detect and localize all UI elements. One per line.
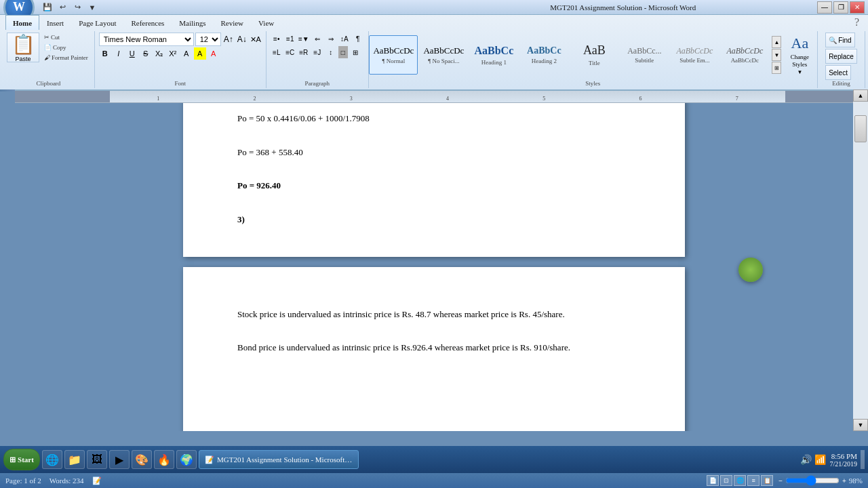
justify-button[interactable]: ≡J bbox=[311, 46, 323, 58]
tab-page-layout[interactable]: Page Layout bbox=[71, 15, 123, 30]
paste-button[interactable]: 📋 Paste bbox=[7, 33, 39, 62]
redo-button[interactable]: ↪ bbox=[71, 1, 84, 14]
system-tray-icons: 🔊 📶 bbox=[800, 454, 826, 466]
text-highlight-button[interactable]: A bbox=[194, 47, 206, 60]
minimize-button[interactable]: — bbox=[817, 1, 832, 14]
tab-mailings[interactable]: Mailings bbox=[172, 15, 213, 30]
decrease-indent-button[interactable]: ⇐ bbox=[311, 33, 323, 45]
tab-references[interactable]: References bbox=[123, 15, 172, 30]
font-color-button[interactable]: A bbox=[208, 47, 220, 60]
taskbar-explorer[interactable]: 📁 bbox=[64, 450, 85, 469]
align-left-button[interactable]: ≡L bbox=[271, 46, 283, 58]
document-page-1[interactable]: Po = 50 x 0.4416/0.06 + 1000/1.7908 Po =… bbox=[183, 98, 685, 257]
styles-scroll-down[interactable]: ▼ bbox=[772, 49, 781, 61]
style-heading-2[interactable]: AaBbCc Heading 2 bbox=[519, 35, 568, 75]
taskbar-photoshop[interactable]: 🎨 bbox=[132, 450, 152, 469]
tab-home[interactable]: Home bbox=[5, 15, 39, 30]
clear-format-button[interactable]: ✕A bbox=[250, 33, 262, 45]
tab-view[interactable]: View bbox=[251, 15, 281, 30]
align-center-button[interactable]: ≡C bbox=[284, 46, 296, 58]
web-layout-button[interactable]: 🌐 bbox=[734, 475, 746, 486]
zoom-in-button[interactable]: + bbox=[842, 477, 846, 485]
grow-font-button[interactable]: A↑ bbox=[222, 33, 235, 45]
save-button[interactable]: 💾 bbox=[41, 1, 54, 14]
multilevel-list-button[interactable]: ≡▼ bbox=[298, 33, 310, 45]
ribbon-help-icon[interactable]: ? bbox=[854, 15, 868, 30]
style-no-spacing[interactable]: AaBbCcDc ¶ No Spaci... bbox=[419, 35, 468, 75]
cut-button[interactable]: ✂ Cut bbox=[42, 33, 90, 42]
print-layout-button[interactable]: 📄 bbox=[707, 475, 719, 486]
select-button[interactable]: Select bbox=[825, 65, 851, 80]
window-controls: — ❐ ✕ bbox=[817, 1, 865, 14]
scroll-thumb[interactable] bbox=[854, 115, 867, 142]
document-area[interactable]: Po = 50 x 0.4416/0.06 + 1000/1.7908 Po =… bbox=[0, 92, 868, 431]
taskbar-browser1[interactable]: 🔥 bbox=[154, 450, 174, 469]
customize-quick-access-button[interactable]: ▼ bbox=[85, 1, 99, 14]
tab-insert[interactable]: Insert bbox=[39, 15, 71, 30]
start-button[interactable]: ⊞ Start bbox=[3, 449, 40, 470]
taskbar-browser2[interactable]: 🌍 bbox=[176, 450, 197, 469]
document-page-2[interactable]: Stock price is undervalued as intrinsic … bbox=[183, 267, 685, 431]
styles-scroll-up[interactable]: ▲ bbox=[772, 36, 781, 48]
style-title[interactable]: AaB Title bbox=[570, 35, 618, 75]
full-screen-button[interactable]: ⊡ bbox=[720, 475, 732, 486]
word-taskbar-icon: 📝 bbox=[205, 455, 214, 464]
window-title: MGT201 Assignment Solution - Microsoft W… bbox=[429, 3, 818, 12]
show-desktop-button[interactable] bbox=[861, 450, 865, 469]
undo-button[interactable]: ↩ bbox=[56, 1, 69, 14]
font-group: Times New Roman 12 A↑ A↓ ✕A B I U S X₂ X… bbox=[95, 31, 267, 88]
spell-check-icon[interactable]: 📝 bbox=[92, 476, 102, 485]
replace-button[interactable]: Replace bbox=[825, 49, 857, 64]
subscript-button[interactable]: X₂ bbox=[153, 47, 165, 60]
align-right-button[interactable]: ≡R bbox=[298, 46, 310, 58]
sort-button[interactable]: ↕A bbox=[338, 33, 351, 45]
maximize-button[interactable]: ❐ bbox=[833, 1, 848, 14]
strikethrough-button[interactable]: S bbox=[140, 47, 152, 60]
style-subtle-emphasis[interactable]: AaBbCcDc Subtle Em... bbox=[670, 35, 719, 75]
shading-button[interactable]: □ bbox=[338, 46, 348, 58]
font-name-selector[interactable]: Times New Roman bbox=[99, 33, 194, 46]
taskbar-ie[interactable]: 🌐 bbox=[42, 450, 62, 469]
volume-icon[interactable]: 🔊 bbox=[800, 454, 812, 466]
style-emphasis[interactable]: AaBbCcDc AaBbCcDc bbox=[720, 35, 769, 75]
tab-review[interactable]: Review bbox=[213, 15, 251, 30]
change-styles-button[interactable]: Aa Change Styles ▼ bbox=[783, 33, 816, 79]
scroll-track[interactable] bbox=[853, 102, 868, 419]
taskbar-media[interactable]: ▶ bbox=[109, 450, 130, 469]
style-normal[interactable]: AaBbCcDc ¶ Normal bbox=[369, 35, 418, 75]
font-size-selector[interactable]: 12 bbox=[195, 33, 221, 46]
outline-view-button[interactable]: ≡ bbox=[747, 475, 760, 486]
page-2-content: Stock price is undervalued as intrinsic … bbox=[237, 308, 631, 355]
superscript-button[interactable]: X² bbox=[167, 47, 179, 60]
italic-button[interactable]: I bbox=[113, 47, 125, 60]
show-formatting-button[interactable]: ¶ bbox=[352, 33, 364, 45]
taskbar-gallery[interactable]: 🖼 bbox=[87, 450, 107, 469]
scroll-down-button[interactable]: ▼ bbox=[853, 419, 868, 431]
text-effects-button[interactable]: A bbox=[180, 47, 193, 60]
network-icon[interactable]: 📶 bbox=[814, 454, 826, 466]
styles-expand[interactable]: ⊞ bbox=[772, 62, 781, 74]
find-button[interactable]: 🔍 Find bbox=[825, 33, 854, 47]
borders-button[interactable]: ⊞ bbox=[349, 46, 361, 58]
bullets-button[interactable]: ≡• bbox=[271, 33, 283, 45]
title-bar: W 💾 ↩ ↪ ▼ MGT201 Assignment Solution - M… bbox=[0, 0, 868, 15]
scroll-up-button[interactable]: ▲ bbox=[853, 89, 868, 102]
line-spacing-button[interactable]: ↕ bbox=[325, 46, 337, 58]
taskbar-word[interactable]: 📝 MGT201 Assignment Solution - Microsoft… bbox=[199, 450, 359, 469]
ruler-margin-right bbox=[785, 91, 853, 102]
copy-button[interactable]: 📄 Copy bbox=[42, 43, 90, 52]
shrink-font-button[interactable]: A↓ bbox=[236, 33, 248, 45]
bold-button[interactable]: B bbox=[99, 47, 111, 60]
style-heading-1[interactable]: AaBbCc Heading 1 bbox=[469, 35, 518, 75]
zoom-out-button[interactable]: − bbox=[778, 477, 783, 485]
style-subtitle[interactable]: AaBbCc... Subtitle bbox=[620, 35, 669, 75]
format-painter-button[interactable]: 🖌 Format Painter bbox=[42, 53, 90, 62]
increase-indent-button[interactable]: ⇒ bbox=[325, 33, 337, 45]
underline-button[interactable]: U bbox=[126, 47, 138, 60]
close-button[interactable]: ✕ bbox=[850, 1, 865, 14]
clipboard-content: 📋 Paste ✂ Cut 📄 Copy 🖌 Format Painter bbox=[7, 33, 90, 87]
numbering-button[interactable]: ≡1 bbox=[284, 33, 296, 45]
draft-view-button[interactable]: 📋 bbox=[761, 475, 773, 486]
line-po1: Po = 50 x 0.4416/0.06 + 1000/1.7908 bbox=[237, 112, 631, 126]
zoom-slider[interactable] bbox=[785, 477, 840, 484]
